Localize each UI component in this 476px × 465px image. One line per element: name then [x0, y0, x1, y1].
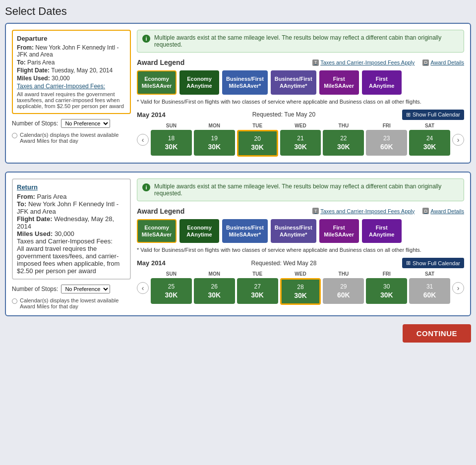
return-economy-saver-btn[interactable]: EconomyMileSAAver [137, 219, 177, 243]
return-legend-title: Award Legend [137, 207, 184, 215]
return-taxes-link[interactable]: T Taxes and Carrier-Imposed Fees Apply [312, 208, 415, 214]
departure-alert: i Multiple awards exist at the same mile… [137, 30, 464, 53]
day-header: MON [194, 123, 235, 128]
return-first-anytime-btn[interactable]: FirstAAnytime [362, 219, 402, 243]
return-show-full-calendar[interactable]: ⊞ Show Full Calendar [402, 258, 464, 268]
taxes-icon: T [312, 59, 319, 66]
return-flight-date: Flight Date: Wednesday, May 28, 2014 [17, 215, 126, 230]
day-cell[interactable]: 2730K [237, 278, 278, 304]
return-stops-select[interactable]: No Preference Nonstop 1 Stop [61, 285, 110, 293]
continue-button[interactable]: CONTINUE [403, 324, 471, 343]
departure-flight-date: Flight Date: Tuesday, May 20, 2014 [17, 67, 126, 74]
day-column: TUE2030K [237, 123, 278, 157]
day-column: SAT3160K [409, 271, 450, 305]
details-link[interactable]: D Award Details [422, 59, 464, 66]
calendar-grid-icon: ⊞ [406, 112, 411, 118]
return-fees-desc: All award travel requires the government… [17, 245, 126, 275]
return-calendar-grid-icon: ⊞ [406, 260, 411, 266]
day-header: SAT [409, 123, 450, 128]
day-cell[interactable]: 1830K [151, 130, 192, 156]
departure-cal-days: SUN1830KMON1930KTUE2030KWED2130KTHU2230K… [151, 123, 450, 157]
return-biz-saver-btn[interactable]: Business/FirstMileSAAver* [222, 219, 268, 243]
stops-select[interactable]: No Preference Nonstop 1 Stop [61, 119, 110, 128]
day-header: FRI [366, 271, 407, 277]
biz-anytime-btn[interactable]: Business/FirstAAnytime* [271, 70, 316, 95]
day-header: TUE [237, 123, 278, 128]
day-column: THU2960K [323, 271, 364, 305]
return-to: To: New York John F Kennedy Intl - JFK a… [17, 200, 126, 215]
return-award-legend: EconomyMileSAAver EconomyAAnytime Busine… [137, 219, 464, 243]
departure-calendar-month: May 2014 [137, 111, 166, 118]
day-header: WED [280, 123, 321, 128]
departure-stops-row: Number of Stops: No Preference Nonstop 1… [12, 119, 131, 128]
return-calendar-note-radio[interactable] [12, 298, 17, 304]
alert-icon: i [142, 35, 150, 43]
return-alert-text: Multiple awards exist at the same mileag… [154, 183, 459, 197]
day-column: MON2630K [194, 271, 235, 305]
departure-miles: Miles Used: 30,000 [17, 75, 126, 82]
return-requested: Requested: Wed May 28 [251, 260, 316, 267]
day-column: WED2830K [280, 271, 321, 305]
economy-saver-btn[interactable]: EconomyMileSAAver [137, 70, 177, 95]
day-cell[interactable]: 2030K [237, 130, 278, 157]
return-section: Return From: Paris Area To: New York Joh… [5, 172, 471, 316]
return-from: From: Paris Area [17, 193, 126, 200]
departure-to: To: Paris Area [17, 59, 126, 66]
departure-next-nav[interactable]: › [452, 134, 464, 146]
day-header: FRI [366, 123, 407, 128]
departure-prev-nav[interactable]: ‹ [137, 134, 149, 146]
return-details-link[interactable]: D Award Details [422, 208, 464, 214]
day-cell[interactable]: 2230K [323, 130, 364, 156]
return-fees-link[interactable]: Taxes and Carrier-Imposed Fees: [17, 237, 126, 245]
return-title[interactable]: Return [17, 183, 126, 191]
day-header: MON [194, 271, 235, 277]
economy-anytime-btn[interactable]: EconomyAAnytime [179, 70, 219, 95]
first-saver-btn[interactable]: FirstMileSAAver [319, 70, 359, 95]
return-calendar-note: Calendar(s) displays the lowest availabl… [12, 297, 131, 309]
calendar-note-radio[interactable] [12, 133, 17, 138]
alert-text: Multiple awards exist at the same mileag… [154, 34, 459, 48]
day-header: SUN [151, 123, 192, 128]
return-calendar-header: May 2014 Requested: Wed May 28 ⊞ Show Fu… [137, 258, 464, 268]
day-column: FRI2360K [366, 123, 407, 157]
return-economy-anytime-btn[interactable]: EconomyAAnytime [179, 219, 219, 243]
return-right-panel: i Multiple awards exist at the same mile… [137, 178, 464, 309]
departure-section: Departure From: New York John F Kennedy … [5, 23, 471, 164]
return-left-panel: Return From: Paris Area To: New York Joh… [12, 178, 131, 309]
day-cell[interactable]: 2430K [409, 130, 450, 156]
return-biz-anytime-btn[interactable]: Business/FirstAAnytime* [271, 219, 316, 243]
day-column: MON1930K [194, 123, 235, 157]
stops-label: Number of Stops: [12, 120, 58, 127]
return-first-saver-btn[interactable]: FirstMileSAAver [319, 219, 359, 243]
biz-saver-btn[interactable]: Business/FirstMileSAAver* [222, 70, 268, 95]
day-header: THU [323, 271, 364, 277]
return-footnote: * Valid for Business/First on flights wi… [137, 247, 464, 253]
day-cell[interactable]: 2830K [280, 278, 321, 305]
departure-show-full-calendar[interactable]: ⊞ Show Full Calendar [402, 110, 464, 120]
day-column: SUN1830K [151, 123, 192, 157]
day-cell[interactable]: 1930K [194, 130, 235, 156]
day-header: SUN [151, 271, 192, 277]
day-cell[interactable]: 3160K [409, 278, 450, 304]
day-cell[interactable]: 2130K [280, 130, 321, 156]
legend-links: T Taxes and Carrier-Imposed Fees Apply D… [312, 59, 464, 66]
day-cell[interactable]: 2360K [366, 130, 407, 156]
taxes-link[interactable]: T Taxes and Carrier-Imposed Fees Apply [312, 59, 415, 66]
departure-award-legend: EconomyMileSAAver EconomyAAnytime Busine… [137, 70, 464, 95]
day-header: TUE [237, 271, 278, 277]
return-alert: i Multiple awards exist at the same mile… [137, 178, 464, 201]
day-cell[interactable]: 2960K [323, 278, 364, 304]
day-header: WED [280, 271, 321, 277]
return-miles: Miles Used: 30,000 [17, 230, 126, 237]
departure-left-panel: Departure From: New York John F Kennedy … [12, 30, 131, 157]
return-next-nav[interactable]: › [452, 282, 464, 294]
day-cell[interactable]: 3030K [366, 278, 407, 304]
return-calendar-grid: ‹ SUN2530KMON2630KTUE2730KWED2830KTHU296… [137, 271, 464, 305]
departure-fees-link[interactable]: Taxes and Carrier-Imposed Fees: [17, 83, 126, 90]
return-prev-nav[interactable]: ‹ [137, 282, 149, 294]
legend-header: Award Legend T Taxes and Carrier-Imposed… [137, 58, 464, 66]
day-cell[interactable]: 2530K [151, 278, 192, 304]
first-anytime-btn[interactable]: FirstAAnytime [362, 70, 402, 95]
return-legend-links: T Taxes and Carrier-Imposed Fees Apply D… [312, 208, 464, 214]
day-cell[interactable]: 2630K [194, 278, 235, 304]
